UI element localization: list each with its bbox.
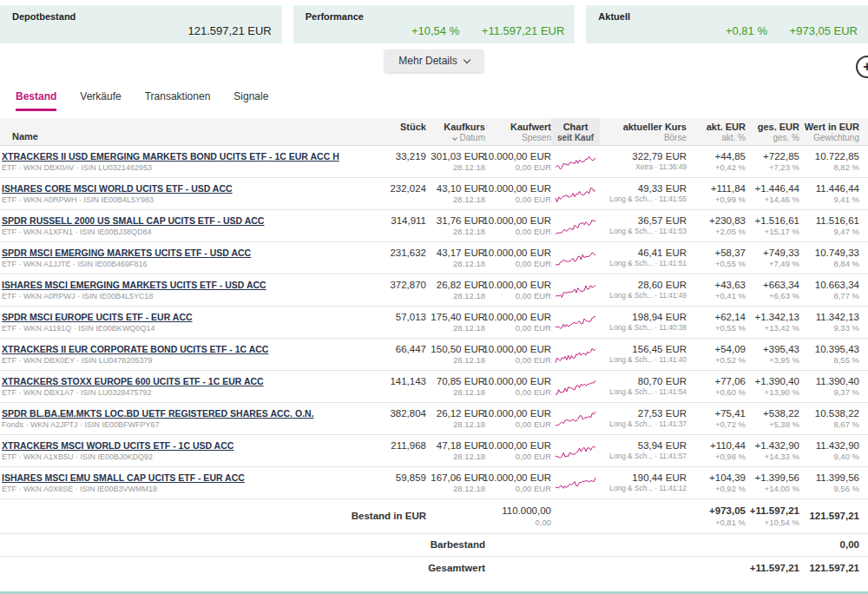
akt-eur-cell: +62,14 +0,55 % [687,307,746,338]
chart-cell[interactable] [551,435,600,466]
security-link[interactable]: XTRACKERS STOXX EUROPE 600 UCITS ETF - 1… [2,376,378,386]
barbestand-label-cell: Barbestand [0,534,485,556]
security-link[interactable]: ISHARES CORE MSCI WORLD UCITS ETF - USD … [2,183,378,194]
kaufwert-cell: 10.000,00 EUR 0,00 EUR [485,403,551,434]
tab-transaktionen[interactable]: Transaktionen [145,90,211,111]
ges-eur-cell: +1.432,90 +14,33 % [746,435,799,466]
gesamtwert-label-cell: Gesamtwert [0,557,485,580]
bestand-wert-cell: 121.597,21 [799,499,868,533]
col-header-name[interactable]: Name [0,118,385,145]
chart-cell[interactable] [551,371,600,402]
security-link[interactable]: ISHARES MSCI EMU SMALL CAP UCITS ETF - E… [2,472,378,483]
chart-cell[interactable] [551,242,600,274]
kaufwert-cell: 10.000,00 EUR 0,00 EUR [485,178,551,209]
name-cell: ISHARES CORE MSCI WORLD UCITS ETF - USD … [0,178,385,209]
chart-cell[interactable] [551,210,600,241]
security-meta: ETF · WKN DBX0EY · ISIN LU0478205379 [2,356,378,365]
table-row: SPDR MSCI EUROPE UCITS ETF - EUR ACC ETF… [0,307,868,339]
chart-cell[interactable] [551,178,600,209]
security-meta: ETF · WKN DBX0AV · ISIN LU0321462953 [2,163,378,172]
kaufkurs-cell: 70,85 EUR 28.12.18 [426,371,485,402]
sparkline-chart [555,409,596,428]
security-link[interactable]: XTRACKERS MSCI WORLD UCITS ETF - 1C USD … [2,440,378,451]
chevron-down-icon [463,56,470,63]
ges-eur-cell: +722,85 +7,23 % [746,146,799,177]
bestand-summary-row: Bestand in EUR 110.000,00 0,00 +973,05 +… [0,499,868,534]
stueck-cell: 382,804 [385,403,426,434]
kaufwert-cell: 10.000,00 EUR 0,00 EUR [485,210,551,241]
wert-cell: 11.342,13 9,33 % [799,307,868,338]
col-header-akt-eur[interactable]: akt. EUR akt. % [687,118,746,145]
security-link[interactable]: SPDR MSCI EMERGING MARKETS UCITS ETF - U… [2,248,378,258]
ges-eur-cell: +1.342,13 +13,42 % [746,307,799,338]
name-cell: SPDR MSCI EMERGING MARKETS UCITS ETF - U… [0,242,385,274]
security-link[interactable]: XTRACKERS II USD EMERGING MARKETS BOND U… [2,151,378,162]
security-link[interactable]: XTRACKERS II EUR CORPORATE BOND UCITS ET… [2,344,378,354]
col-header-aktueller-kurs[interactable]: aktueller Kurs Börse [600,118,687,145]
kaufwert-cell: 10.000,00 EUR 0,00 EUR [485,371,551,402]
aktueller-kurs-cell: 49,33 EUR Long & Sch... · 11:41:55 [600,178,687,209]
col-header-kaufwert[interactable]: Kaufwert Spesen [485,118,551,145]
gesamtwert-row: Gesamtwert +11.597,21 121.597,21 [0,557,868,580]
more-details-button[interactable]: Mehr Details [385,50,483,72]
security-meta: ETF · WKN A0RPWH · ISIN IE00B4L5Y983 [2,195,378,204]
security-link[interactable]: SPDR BL.BA.EM.MKTS LOC.BD UETF REGISTERE… [2,408,378,419]
chart-cell[interactable] [551,467,600,498]
security-link[interactable]: ISHARES MSCI EMERGING MARKETS UCITS ETF … [2,280,378,290]
col-header-kaufkurs[interactable]: Kaufkurs Datum [426,118,485,145]
wert-cell: 11.432,90 9,40 % [799,435,868,466]
col-header-ges-eur[interactable]: ges. EUR ges. % [746,118,799,145]
ges-eur-cell: +538,22 +5,38 % [746,403,799,434]
wert-cell: 10.722,85 8,82 % [799,146,868,177]
aktuell-percent: +0,81 % [726,24,767,37]
table-header: Name Stück Kaufkurs Datum Kaufwert Spese… [0,118,868,146]
security-link[interactable]: SPDR MSCI EUROPE UCITS ETF - EUR ACC [2,312,378,322]
stueck-cell: 231,632 [385,242,426,274]
col-header-chart[interactable]: Chart seit Kauf [551,118,600,145]
wert-cell: 11.516,61 9,47 % [799,210,868,241]
table-row: XTRACKERS II EUR CORPORATE BOND UCITS ET… [0,339,868,371]
bestand-akt-cell: +973,05 +0,81 % [687,499,746,533]
aktueller-kurs-cell: 46,41 EUR Long & Sch... · 11:41:51 [600,242,687,274]
akt-eur-cell: +75,41 +0,72 % [687,403,746,434]
tab-signale[interactable]: Signale [233,90,268,111]
kaufkurs-cell: 301,03 EUR 28.12.18 [426,146,485,177]
kaufwert-cell: 10.000,00 EUR 0,00 EUR [485,435,551,466]
security-meta: ETF · WKN A0RPWJ · ISIN IE00B4L5YC18 [2,292,378,300]
performance-card: Performance +10,54 % +11.597,21 EUR [293,5,575,43]
depotbestand-card: Depotbestand 121.597,21 EUR [0,5,282,43]
sparkline-chart [555,184,596,203]
name-cell: SPDR MSCI EUROPE UCITS ETF - EUR ACC ETF… [0,307,385,338]
col-header-stueck[interactable]: Stück [385,118,426,145]
akt-eur-cell: +110,44 +0,98 % [687,435,746,466]
barbestand-row: Barbestand 0,00 [0,534,868,557]
col-header-wert[interactable]: Wert in EUR Gewichtung [799,118,868,145]
kaufkurs-cell: 43,10 EUR 28.12.18 [426,178,485,209]
ges-eur-cell: +1.446,44 +14,46 % [746,178,799,209]
plus-circle-icon[interactable]: + [856,56,868,78]
barbestand-wert-cell: 0,00 [799,534,868,556]
chart-cell[interactable] [551,146,600,177]
kaufkurs-cell: 175,40 EUR 28.12.18 [426,307,485,338]
sparkline-chart [555,441,596,460]
chart-cell[interactable] [551,339,600,370]
security-link[interactable]: SPDR RUSSELL 2000 US SMALL CAP UCITS ETF… [2,215,378,226]
chart-cell[interactable] [551,307,600,338]
chart-cell[interactable] [551,274,600,306]
akt-eur-cell: +77,06 +0,60 % [687,371,746,402]
name-cell: ISHARES MSCI EMU SMALL CAP UCITS ETF - E… [0,467,385,498]
plus-glyph: + [863,59,868,75]
tab-verkaeufe[interactable]: Verkäufe [80,90,121,111]
chart-cell[interactable] [551,403,600,434]
security-meta: ETF · WKN A1JJTE · ISIN IE00B469F816 [2,260,378,268]
ges-eur-cell: +1.399,56 +14,00 % [746,467,799,498]
stueck-cell: 59,859 [385,467,426,498]
name-cell: SPDR BL.BA.EM.MKTS LOC.BD UETF REGISTERE… [0,403,385,434]
more-details-label: Mehr Details [398,55,457,67]
tab-bestand[interactable]: Bestand [16,90,56,111]
summary-bar: Depotbestand 121.597,21 EUR Performance … [0,5,868,43]
tab-bar: Bestand Verkäufe Transaktionen Signale [16,90,868,111]
kaufwert-cell: 10.000,00 EUR 0,00 EUR [485,274,551,306]
table-row: ISHARES MSCI EMU SMALL CAP UCITS ETF - E… [0,467,868,499]
name-cell: SPDR RUSSELL 2000 US SMALL CAP UCITS ETF… [0,210,385,241]
